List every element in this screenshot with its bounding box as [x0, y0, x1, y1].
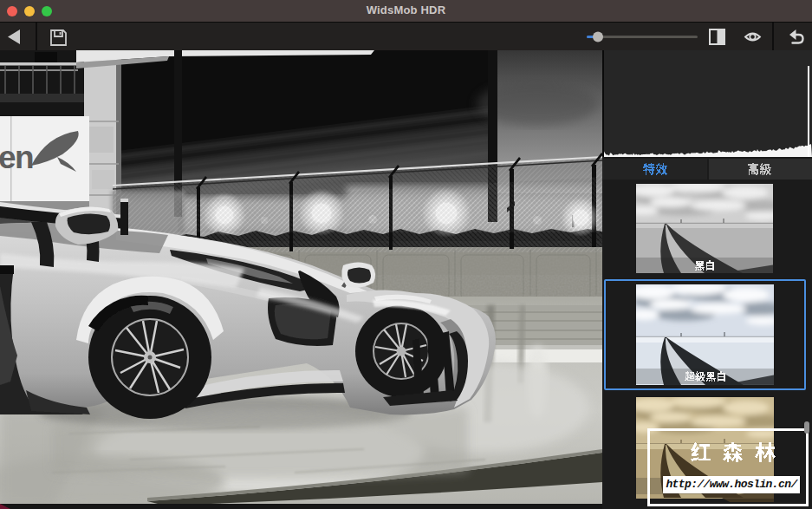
svg-text:ren: ren: [0, 140, 33, 175]
